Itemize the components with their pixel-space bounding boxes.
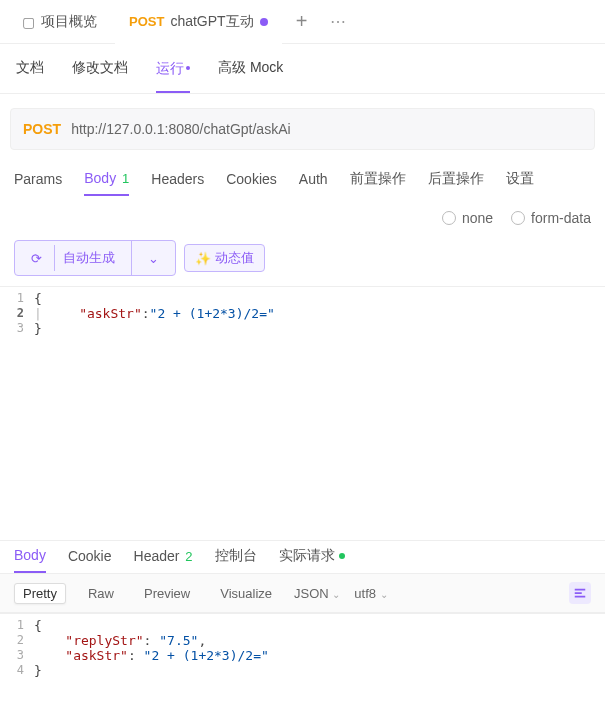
request-body-editor[interactable]: 1{ 2| "askStr":"2 + (1+2*3)/2=" 3} bbox=[0, 286, 605, 340]
reqtab-post[interactable]: 后置操作 bbox=[428, 170, 484, 196]
chevron-down-icon: ⌄ bbox=[140, 247, 167, 270]
radio-formdata[interactable]: form-data bbox=[511, 210, 591, 226]
encoding-select[interactable]: utf8 ⌄ bbox=[354, 586, 387, 601]
resptab-actual[interactable]: 实际请求 bbox=[279, 547, 345, 573]
format-icon bbox=[573, 586, 587, 600]
editor-toolbar: ⟳ 自动生成 ⌄ ✨ 动态值 bbox=[0, 230, 605, 286]
dynamic-value-button[interactable]: ✨ 动态值 bbox=[184, 244, 265, 272]
splitter[interactable] bbox=[0, 340, 605, 540]
tab-more-button[interactable]: ⋯ bbox=[322, 12, 354, 31]
magic-icon: ✨ bbox=[195, 251, 211, 266]
reqtab-params[interactable]: Params bbox=[14, 171, 62, 195]
subtab-mock[interactable]: 高级 Mock bbox=[218, 59, 283, 79]
code-value: "2 + (1+2*3)/2=" bbox=[144, 648, 269, 663]
resptab-cookie[interactable]: Cookie bbox=[68, 548, 112, 572]
tab-api-chatgpt[interactable]: POST chatGPT互动 bbox=[115, 0, 282, 44]
radio-formdata-label: form-data bbox=[531, 210, 591, 226]
reqtab-body-label: Body bbox=[84, 170, 116, 186]
chevron-down-icon: ⌄ bbox=[332, 589, 340, 600]
code-text: } bbox=[34, 663, 42, 678]
format-label: JSON bbox=[294, 586, 329, 601]
resptab-header-label: Header bbox=[134, 548, 180, 564]
autogen-label: 自动生成 bbox=[54, 245, 123, 271]
subtab-run[interactable]: 运行 bbox=[156, 60, 190, 93]
unsaved-dot-icon bbox=[260, 18, 268, 26]
code-text: } bbox=[34, 321, 42, 336]
resptab-header-count: 2 bbox=[185, 549, 192, 564]
code-key: "replyStr" bbox=[65, 633, 143, 648]
response-toolbar: Pretty Raw Preview Visualize JSON ⌄ utf8… bbox=[0, 573, 605, 613]
autogen-button-group: ⟳ 自动生成 ⌄ bbox=[14, 240, 176, 276]
code-text: { bbox=[34, 618, 42, 633]
radio-icon bbox=[511, 211, 525, 225]
format-code-button[interactable] bbox=[569, 582, 591, 604]
response-body-viewer[interactable]: 1{ 2 "replyStr": "7.5", 3 "askStr": "2 +… bbox=[0, 613, 605, 682]
tab-api-label: chatGPT互动 bbox=[170, 13, 253, 31]
reqtab-body-count: 1 bbox=[122, 171, 129, 186]
tab-project-overview[interactable]: ▢ 项目概览 bbox=[8, 0, 111, 44]
resptab-header[interactable]: Header 2 bbox=[134, 548, 193, 572]
reqtab-pre[interactable]: 前置操作 bbox=[350, 170, 406, 196]
resptab-body[interactable]: Body bbox=[14, 547, 46, 573]
url-input[interactable]: http://127.0.0.1:8080/chatGpt/askAi bbox=[71, 121, 290, 137]
code-key: "askStr" bbox=[79, 306, 142, 321]
radio-none[interactable]: none bbox=[442, 210, 493, 226]
cursor-icon: | bbox=[34, 306, 48, 321]
method-badge: POST bbox=[129, 14, 164, 29]
body-type-row: none form-data bbox=[0, 196, 605, 230]
tab-add-button[interactable]: + bbox=[286, 10, 318, 33]
reqtab-body[interactable]: Body 1 bbox=[84, 170, 129, 196]
reqtab-headers[interactable]: Headers bbox=[151, 171, 204, 195]
refresh-icon: ⟳ bbox=[23, 247, 50, 270]
code-text: { bbox=[34, 291, 42, 306]
code-value: "2 + (1+2*3)/2=" bbox=[150, 306, 275, 321]
view-raw-button[interactable]: Raw bbox=[80, 584, 122, 603]
code-key: "askStr" bbox=[65, 648, 128, 663]
autogen-button[interactable]: ⟳ 自动生成 bbox=[15, 241, 131, 275]
view-preview-button[interactable]: Preview bbox=[136, 584, 198, 603]
dynamic-value-label: 动态值 bbox=[215, 249, 254, 267]
radio-icon bbox=[442, 211, 456, 225]
radio-none-label: none bbox=[462, 210, 493, 226]
subtab-doc[interactable]: 文档 bbox=[16, 59, 44, 79]
request-tabs: Params Body 1 Headers Cookies Auth 前置操作 … bbox=[0, 164, 605, 196]
top-tabs: ▢ 项目概览 POST chatGPT互动 + ⋯ bbox=[0, 0, 605, 44]
subtab-edit-doc[interactable]: 修改文档 bbox=[72, 59, 128, 79]
resptab-console[interactable]: 控制台 bbox=[215, 547, 257, 573]
view-visualize-button[interactable]: Visualize bbox=[212, 584, 280, 603]
subtab-run-label: 运行 bbox=[156, 60, 184, 76]
url-method: POST bbox=[23, 121, 61, 137]
chevron-down-icon: ⌄ bbox=[380, 589, 388, 600]
sub-tabs: 文档 修改文档 运行 高级 Mock bbox=[0, 44, 605, 94]
reqtab-cookies[interactable]: Cookies bbox=[226, 171, 277, 195]
code-value: "7.5" bbox=[159, 633, 198, 648]
response-tabs: Body Cookie Header 2 控制台 实际请求 bbox=[0, 540, 605, 573]
encoding-label: utf8 bbox=[354, 586, 376, 601]
resptab-actual-label: 实际请求 bbox=[279, 547, 335, 563]
reqtab-settings[interactable]: 设置 bbox=[506, 170, 534, 196]
status-dot-icon bbox=[339, 553, 345, 559]
tab-overview-label: 项目概览 bbox=[41, 13, 97, 31]
run-indicator-icon bbox=[186, 66, 190, 70]
autogen-dropdown[interactable]: ⌄ bbox=[131, 241, 175, 275]
url-bar[interactable]: POST http://127.0.0.1:8080/chatGpt/askAi bbox=[10, 108, 595, 150]
format-select[interactable]: JSON ⌄ bbox=[294, 586, 340, 601]
reqtab-auth[interactable]: Auth bbox=[299, 171, 328, 195]
overview-icon: ▢ bbox=[22, 14, 35, 30]
view-pretty-button[interactable]: Pretty bbox=[14, 583, 66, 604]
